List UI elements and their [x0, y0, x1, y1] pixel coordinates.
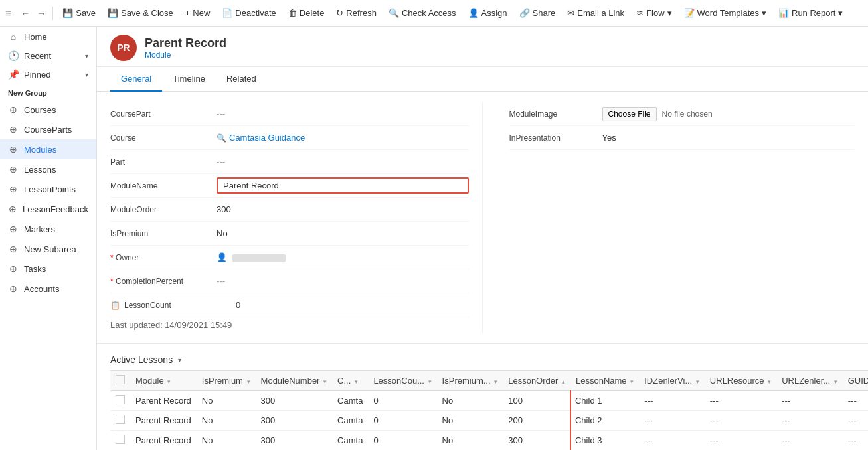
cell-modulenumber: 300	[256, 431, 333, 451]
row-checkbox[interactable]	[116, 435, 125, 444]
owner-name-placeholder	[232, 254, 286, 262]
avatar: PR	[110, 35, 137, 61]
col-urlzenler[interactable]: URLZenler... ▾	[776, 371, 843, 391]
col-modulenumber[interactable]: ModuleNumber ▾	[256, 371, 333, 391]
cell-lessonname[interactable]: Child 2	[570, 411, 639, 431]
cell-ispremium: No	[197, 431, 256, 451]
share-button[interactable]: 🔗 Share	[514, 5, 561, 21]
col-check	[110, 371, 130, 391]
hamburger-menu[interactable]: ≡	[5, 7, 11, 19]
sidebar-item-modules[interactable]: ⊕ Modules	[0, 139, 96, 159]
ispremium-value: No	[217, 228, 469, 238]
sidebar-item-recent[interactable]: 🕐 Recent ▾	[0, 46, 96, 65]
completion-percent-label: CompletionPercent	[110, 277, 217, 286]
sidebar-item-lessons[interactable]: ⊕ Lessons	[0, 159, 96, 179]
tab-related[interactable]: Related	[216, 67, 267, 92]
save-button[interactable]: 💾 Save	[57, 5, 101, 21]
data-table: Module ▾ IsPremium ▾ ModuleNumber ▾ C.	[110, 370, 868, 450]
cell-lessonname[interactable]: Child 3	[570, 431, 639, 451]
cell-lessonorder: 200	[503, 411, 570, 431]
cell-module: Parent Record	[130, 431, 197, 451]
ispremium-label: IsPremium	[110, 229, 217, 238]
back-button[interactable]: ←	[18, 5, 33, 21]
col-idzenlervid[interactable]: IDZenlerVi... ▾	[639, 371, 705, 391]
row-checkbox[interactable]	[116, 395, 125, 404]
module-image-label: ModuleImage	[509, 110, 602, 119]
cell-urlresource: ---	[705, 431, 776, 451]
flow-chevron-icon: ▾	[667, 8, 672, 18]
toolbar: ≡ ← → 💾 Save 💾 Save & Close + New 📄 Deac…	[0, 0, 868, 27]
coursepart-label: CoursePart	[110, 110, 217, 119]
col-urlresource[interactable]: URLResource ▾	[705, 371, 776, 391]
coursepart-value: ---	[217, 109, 469, 119]
active-lessons-chevron-icon[interactable]: ▾	[178, 356, 181, 364]
assign-button[interactable]: 👤 Assign	[463, 5, 513, 21]
sidebar-item-courseparts[interactable]: ⊕ CourseParts	[0, 119, 96, 139]
save-close-button[interactable]: 💾 Save & Close	[102, 5, 179, 21]
flow-button[interactable]: ≋ Flow ▾	[631, 5, 677, 21]
lesson-count-row: 📋 LessonCount	[110, 301, 230, 310]
cell-lessonname[interactable]: Child 1	[570, 391, 639, 411]
sidebar-item-new-subarea[interactable]: ⊕ New Subarea	[0, 239, 96, 259]
record-info: Parent Record Module	[145, 37, 226, 60]
check-access-button[interactable]: 🔍 Check Access	[383, 5, 462, 21]
word-templates-button[interactable]: 📝 Word Templates ▾	[679, 5, 772, 21]
table-header-row: Module ▾ IsPremium ▾ ModuleNumber ▾ C.	[110, 371, 868, 391]
cell-lessonorder: 100	[503, 391, 570, 411]
lessonpoints-icon: ⊕	[8, 184, 19, 194]
col-c[interactable]: C... ▾	[332, 371, 368, 391]
cell-module: Parent Record	[130, 411, 197, 431]
flow-icon: ≋	[636, 8, 644, 18]
lesson-count-label: LessonCount	[124, 301, 230, 310]
tab-general[interactable]: General	[110, 67, 162, 92]
run-report-button[interactable]: 📊 Run Report ▾	[773, 5, 848, 21]
sidebar-item-home[interactable]: ⌂ Home	[0, 27, 96, 46]
modulename-value[interactable]: Parent Record	[217, 177, 469, 194]
col-module[interactable]: Module ▾	[130, 371, 197, 391]
field-owner: Owner 👤	[110, 246, 469, 269]
check-access-icon: 🔍	[389, 8, 399, 18]
choose-file-button[interactable]: Choose File	[602, 107, 657, 121]
forward-button[interactable]: →	[34, 5, 48, 21]
tab-timeline[interactable]: Timeline	[162, 67, 216, 92]
urlresource-sort-icon: ▾	[768, 378, 771, 385]
header-checkbox[interactable]	[116, 375, 125, 384]
cell-idzenlervid: ---	[639, 431, 705, 451]
record-title: Parent Record	[145, 37, 226, 50]
col-lessonname[interactable]: LessonName ▾	[570, 371, 639, 391]
content-area: PR Parent Record Module General Timeline…	[97, 27, 868, 450]
sidebar-item-pinned[interactable]: 📌 Pinned ▾	[0, 65, 96, 84]
email-link-button[interactable]: ✉ Email a Link	[562, 5, 630, 21]
accounts-icon: ⊕	[8, 283, 19, 294]
sidebar-item-accounts[interactable]: ⊕ Accounts	[0, 279, 96, 299]
cell-c: Camta	[332, 391, 368, 411]
form-right: ModuleImage Choose File No file chosen I…	[483, 102, 855, 333]
refresh-button[interactable]: ↻ Refresh	[331, 5, 382, 21]
cell-check	[110, 411, 130, 431]
col-ispremium[interactable]: IsPremium ▾	[197, 371, 256, 391]
cell-guidstream: ---	[843, 411, 868, 431]
sidebar: ⌂ Home 🕐 Recent ▾ 📌 Pinned ▾ New Group ⊕…	[0, 27, 97, 450]
tabs-bar: General Timeline Related	[97, 67, 868, 92]
deactivate-button[interactable]: 📄 Deactivate	[217, 5, 281, 21]
new-subarea-icon: ⊕	[8, 244, 19, 254]
delete-button[interactable]: 🗑 Delete	[283, 5, 330, 21]
field-part: Part ---	[110, 150, 469, 174]
col-guidstream[interactable]: GUIDStrea... ▾	[843, 371, 868, 391]
cell-ispremium: No	[197, 391, 256, 411]
cell-ispremium: No	[197, 411, 256, 431]
course-value[interactable]: 🔍 Camtasia Guidance	[217, 133, 469, 143]
word-templates-icon: 📝	[684, 8, 695, 18]
col-lessoncou[interactable]: LessonCou... ▾	[368, 371, 436, 391]
col-ispremium2[interactable]: IsPremium... ▾	[437, 371, 503, 391]
sidebar-item-tasks[interactable]: ⊕ Tasks	[0, 259, 96, 279]
new-button[interactable]: + New	[180, 5, 216, 21]
row-checkbox[interactable]	[116, 415, 125, 424]
run-report-icon: 📊	[778, 8, 789, 18]
sidebar-item-markers[interactable]: ⊕ Markers	[0, 219, 96, 239]
sidebar-item-courses[interactable]: ⊕ Courses	[0, 100, 96, 119]
sidebar-item-lessonpoints[interactable]: ⊕ LessonPoints	[0, 179, 96, 199]
run-report-chevron-icon: ▾	[838, 8, 843, 18]
col-lessonorder[interactable]: LessonOrder ▴	[503, 371, 570, 391]
sidebar-item-lessonfeedback[interactable]: ⊕ LessonFeedback	[0, 199, 96, 219]
